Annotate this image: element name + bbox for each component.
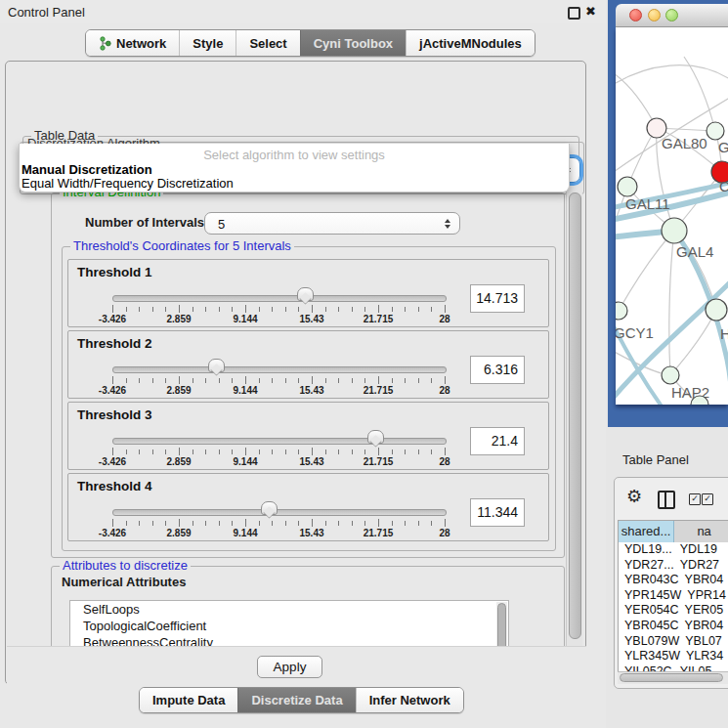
network-window: GAL80GACGAL11GAL4GCY1HHAP2 [608,0,728,427]
cell-shared-name: YBL079W [619,634,679,650]
tick-label: 21.715 [364,385,394,396]
attributes-listbox[interactable]: SelfLoopsTopologicalCoefficientBetweenne… [69,600,509,646]
tick-label: 15.43 [299,314,323,324]
float-window-icon[interactable] [568,7,580,20]
network-edge[interactable] [616,71,657,128]
dropdown-option-equal-width[interactable]: Equal Width/Frequency Discretization [21,176,234,191]
network-node-label: GAL80 [662,135,707,151]
tab-network[interactable]: Network [86,30,179,56]
tick-label: 2.859 [166,385,191,396]
column-header-shared[interactable]: shared... [619,521,674,542]
list-scrollbar[interactable] [496,602,507,646]
tab-infer-network[interactable]: Infer Network [356,688,463,712]
tab-select[interactable]: Select [236,30,299,56]
tick-label: -3.426 [99,385,126,396]
num-intervals-select[interactable]: 5 [204,212,460,235]
threshold-value-field[interactable]: 11.344 [470,498,525,527]
tab-label: Style [193,36,223,51]
network-node-hap2[interactable] [662,366,679,384]
slider-track[interactable] [112,295,447,302]
table-row[interactable]: YDL19...YDL19 [619,542,728,558]
close-icon[interactable]: ✖ [585,4,596,19]
tick-label: -3.426 [99,528,126,538]
tick-label: 28 [439,528,450,538]
table-h-scrollbar-thumb[interactable] [620,673,723,682]
tick-label: 21.715 [364,456,394,467]
tab-impute-data[interactable]: Impute Data [140,688,237,712]
tick-label: 9.144 [233,528,257,538]
cell-shared-name: YER054C [619,603,679,619]
panel-scrollbar-thumb[interactable] [569,193,581,639]
south-bar: Apply [7,646,586,686]
tick-label: 2.859 [166,528,191,538]
tick-label: 28 [439,456,450,467]
slider-track[interactable] [112,509,447,516]
tab-discretize-data[interactable]: Discretize Data [237,688,355,712]
tick-label: 2.859 [166,314,191,324]
slider-thumb[interactable] [367,430,384,444]
threshold-label: Threshold 2 [77,336,152,351]
tick-label: 15.43 [299,528,323,538]
network-canvas[interactable]: GAL80GACGAL11GAL4GCY1HHAP2 [616,27,728,405]
network-node-gal4[interactable] [662,218,687,243]
network-edge[interactable] [619,231,674,311]
attribute-item[interactable]: BetweennessCentrality [70,634,508,646]
tick-label: 28 [439,385,450,396]
table-row[interactable]: YER054CYER05 [619,603,728,619]
cell-shared-name: YPR145W [619,588,681,604]
slider-track[interactable] [112,438,447,445]
table-row[interactable]: YBR045CYBR04 [619,619,728,634]
network-node-ga[interactable] [707,122,724,140]
slider-thumb[interactable] [208,359,225,372]
table-row[interactable]: YPR145WYPR14 [619,588,728,604]
minimize-traffic-light-icon[interactable] [648,9,661,21]
table-row[interactable]: YLR345WYLR34 [619,649,728,664]
cell-name: YDL19 [674,542,728,558]
column-header-name[interactable]: na [674,521,728,542]
close-traffic-light-icon[interactable] [629,9,642,21]
tab-jactivemnodules[interactable]: jActiveMNodules [406,30,535,56]
network-node-label: GCY1 [616,324,654,341]
thresholds-group-label: Threshold's Coordinates for 5 Intervals [70,239,294,253]
network-node-gcy1[interactable] [616,302,627,320]
tick-label: 9.144 [233,314,257,324]
table-h-scrollbar[interactable] [618,671,728,684]
tab-label: jActiveMNodules [419,36,522,51]
table-row[interactable]: YBR043CYBR04 [619,573,728,588]
split-columns-icon[interactable] [658,491,675,509]
tab-label: Impute Data [152,693,225,707]
apply-button[interactable]: Apply [257,656,322,678]
cell-name: YBR04 [679,573,728,588]
network-node-h[interactable] [706,299,727,321]
threshold-value-field[interactable]: 6.316 [470,356,525,384]
network-node-gal11[interactable] [618,177,637,196]
attribute-item[interactable]: SelfLoops [70,601,508,618]
slider-thumb[interactable] [297,287,314,301]
tick-label: -3.426 [99,456,126,467]
tab-style[interactable]: Style [179,30,236,56]
attribute-item[interactable]: TopologicalCoefficient [70,618,508,634]
gear-icon[interactable]: ⚙ [626,486,642,507]
network-icon [99,36,111,51]
slider-track[interactable] [112,366,447,373]
panel-scrollbar[interactable] [566,183,582,646]
checkbox-icon[interactable]: ✓ [689,493,701,505]
threshold-value-field[interactable]: 14.713 [470,284,525,313]
tick-label: 21.715 [364,528,394,538]
checkbox-icon[interactable]: ✓ [702,493,713,505]
dropdown-option-manual-discretization[interactable]: Manual Discretization [21,162,152,177]
control-panel-content: Discretization Algorithm Select algorith… [5,61,586,685]
tab-cyni-toolbox[interactable]: Cyni Toolbox [300,30,406,56]
table-row[interactable]: YBL079WYBL07 [619,634,728,650]
zoom-traffic-light-icon[interactable] [665,9,678,21]
algorithm-dropdown-popup: Select algorithm to view settings Manual… [19,144,570,193]
thresholds-list: Threshold 1-3.4262.8599.14415.4321.71528… [67,259,549,544]
network-edge[interactable] [669,231,674,375]
network-edge[interactable] [684,57,715,131]
network-window-titlebar[interactable] [616,4,728,27]
network-edge[interactable] [616,65,728,86]
network-node-label: H [720,325,728,342]
table-row[interactable]: YDR27...YDR27 [619,558,728,574]
threshold-value-field[interactable]: 21.4 [470,427,525,455]
slider-thumb[interactable] [261,501,278,515]
